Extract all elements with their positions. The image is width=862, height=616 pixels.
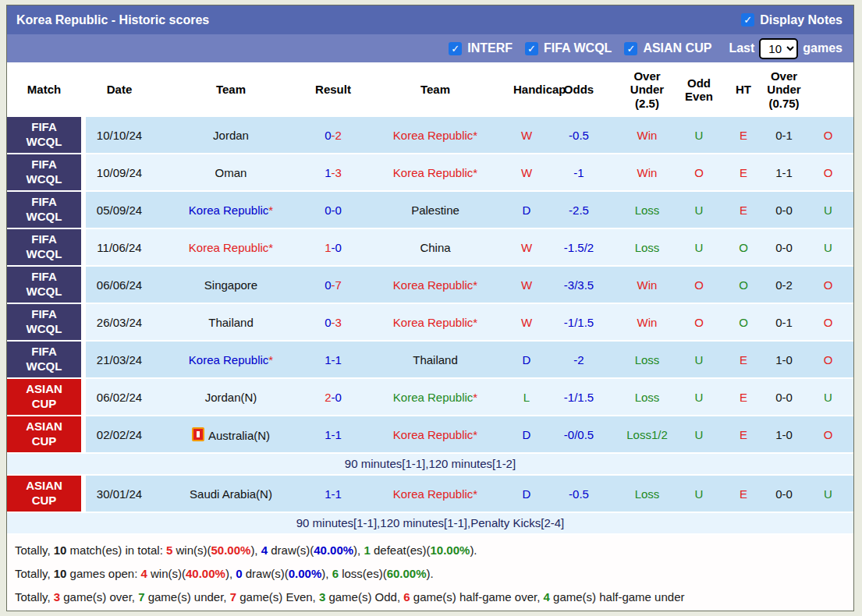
text-segment: ), bbox=[353, 543, 364, 557]
text-segment: Saudi Arabia(N) bbox=[190, 487, 272, 501]
table-row: ASIANCUP30/01/24Saudi Arabia(N)1-1Korea … bbox=[7, 476, 853, 512]
filter-toggle-interf[interactable]: ✓INTERF bbox=[449, 41, 513, 55]
text-segment: 0 bbox=[325, 316, 331, 329]
column-header: Result bbox=[309, 83, 357, 96]
text-segment: Thailand bbox=[413, 353, 458, 366]
text-segment: draw(s)( bbox=[243, 567, 289, 580]
handicap-cell: -1.5/2 bbox=[540, 241, 618, 254]
ht-cell: 0-0 bbox=[765, 391, 803, 404]
odd-even-cell: E bbox=[722, 129, 765, 142]
display-notes-toggle[interactable]: ✓ Display Notes bbox=[741, 13, 842, 27]
text-segment: 10.00% bbox=[431, 543, 470, 557]
result-cell: 1-3 bbox=[309, 166, 357, 179]
text-segment: Singapore bbox=[204, 278, 257, 292]
text-segment: Totally, bbox=[15, 590, 54, 604]
text-segment: -0 bbox=[332, 241, 342, 254]
text-segment: -7 bbox=[332, 278, 342, 292]
competition-badge-line: CUP bbox=[32, 494, 57, 508]
check-icon: ✓ bbox=[743, 15, 752, 25]
table-row-cells: 10/09/24Oman1-3Korea Republic*W-1WinOE1-… bbox=[86, 154, 853, 190]
filter-toggle-asian-cup[interactable]: ✓ASIAN CUP bbox=[624, 41, 711, 55]
odd-even-cell: E bbox=[722, 428, 765, 441]
ht-cell: 1-0 bbox=[765, 353, 803, 366]
table-row: FIFAWCQL10/09/24Oman1-3Korea Republic*W-… bbox=[7, 154, 853, 190]
text-segment: * bbox=[473, 316, 477, 329]
result-cell: 1-1 bbox=[309, 428, 357, 441]
text-segment: -1 bbox=[332, 487, 342, 501]
result-cell: 0-2 bbox=[309, 129, 357, 142]
match-note: 90 minutes[1-1],120 minutes[1-1],Penalty… bbox=[7, 513, 853, 533]
text-segment: * bbox=[268, 353, 273, 366]
result-cell: 1-1 bbox=[309, 487, 357, 501]
result-cell: 1-1 bbox=[309, 353, 357, 366]
display-notes-checkbox[interactable]: ✓ bbox=[741, 13, 754, 27]
text-segment: draw(s)( bbox=[268, 543, 314, 557]
home-team-cell: Jordan(N) bbox=[153, 391, 309, 404]
text-segment: Korea Republic bbox=[393, 391, 474, 404]
competition-badge-line: ASIAN bbox=[26, 420, 62, 434]
table-row-cells: 21/03/24Korea Republic*1-1ThailandD-2Los… bbox=[86, 342, 853, 377]
filter-checkbox[interactable]: ✓ bbox=[525, 42, 538, 55]
text-segment: -0 bbox=[332, 391, 342, 404]
competition-badge-line: FIFA bbox=[31, 120, 57, 135]
text-segment: 0 bbox=[236, 567, 242, 580]
filter-items: ✓INTERF✓FIFA WCQL✓ASIAN CUP bbox=[449, 41, 724, 56]
page-title: Korea Republic - Historic scores bbox=[16, 13, 209, 27]
over-under-25-cell: U bbox=[676, 391, 722, 404]
text-segment: 40.00% bbox=[314, 543, 353, 557]
text-segment: -2 bbox=[332, 129, 342, 142]
handicap-cell: -2.5 bbox=[540, 204, 618, 217]
text-segment: 10 bbox=[54, 567, 67, 580]
column-header: Over Under (2.5) bbox=[618, 69, 676, 110]
wdl-cell: W bbox=[513, 241, 540, 254]
table-row-cells: 02/02/24Australia(N)1-1Korea Republic*D-… bbox=[86, 416, 853, 452]
table-row: FIFAWCQL11/06/24Korea Republic*1-0ChinaW… bbox=[7, 229, 853, 265]
result-cell: 0-7 bbox=[309, 278, 357, 292]
home-team-cell: Saudi Arabia(N) bbox=[153, 487, 309, 501]
totals-section: Totally, 10 match(es) in total: 5 win(s)… bbox=[7, 535, 853, 609]
text-segment: Jordan(N) bbox=[205, 391, 257, 404]
text-segment: 2 bbox=[325, 391, 331, 404]
home-team-cell: Oman bbox=[153, 166, 309, 179]
text-segment: 1 bbox=[325, 166, 331, 179]
text-segment: win(s)( bbox=[172, 543, 211, 557]
over-under-075-cell: O bbox=[803, 353, 853, 366]
away-team-cell: Korea Republic* bbox=[357, 487, 513, 501]
table-row-cells: 06/02/24Jordan(N)2-0Korea Republic*L-1/1… bbox=[86, 379, 853, 415]
games-label: games bbox=[803, 41, 842, 55]
competition-badge-line: FIFA bbox=[31, 345, 57, 359]
text-segment: Palestine bbox=[411, 204, 459, 217]
odds-cell: Win bbox=[618, 316, 676, 329]
competition-badge-line: FIFA bbox=[31, 270, 57, 285]
table-row: FIFAWCQL10/10/24Jordan0-2Korea Republic*… bbox=[7, 117, 853, 153]
competition-badge-line: WCQL bbox=[27, 322, 62, 337]
filter-toggle-fifa-wcql[interactable]: ✓FIFA WCQL bbox=[525, 41, 612, 55]
text-segment: 40.00% bbox=[186, 567, 225, 580]
ht-cell: 0-1 bbox=[765, 316, 803, 329]
last-games-select[interactable]: 10 bbox=[759, 38, 798, 59]
column-header: Odds bbox=[540, 83, 618, 96]
text-segment: Thailand bbox=[208, 316, 254, 329]
text-segment: Korea Republic bbox=[393, 316, 474, 329]
text-segment: Totally, bbox=[15, 543, 54, 557]
odds-cell: Loss bbox=[618, 241, 676, 254]
text-segment: -0 bbox=[332, 204, 342, 217]
table-row-cells: 26/03/24Thailand0-3Korea Republic*W-1/1.… bbox=[86, 304, 853, 340]
text-segment: 3 bbox=[54, 590, 60, 604]
wdl-cell: W bbox=[513, 316, 540, 329]
text-segment: * bbox=[473, 487, 477, 501]
competition-badge-line: FIFA bbox=[31, 195, 57, 210]
text-segment: win(s)( bbox=[147, 567, 186, 580]
over-under-075-cell: U bbox=[803, 391, 853, 404]
date-cell: 05/09/24 bbox=[86, 204, 153, 217]
odd-even-cell: E bbox=[722, 391, 765, 404]
competition-badge-line: CUP bbox=[32, 434, 57, 449]
filter-checkbox[interactable]: ✓ bbox=[624, 42, 637, 55]
over-under-25-cell: U bbox=[676, 428, 722, 441]
filter-checkbox[interactable]: ✓ bbox=[449, 42, 462, 55]
handicap-cell: -1 bbox=[540, 166, 618, 179]
text-segment: -3 bbox=[332, 166, 342, 179]
over-under-075-cell: U bbox=[803, 204, 853, 217]
competition-badge-line: CUP bbox=[32, 397, 57, 412]
competition-badge: ASIANCUP bbox=[7, 476, 81, 512]
